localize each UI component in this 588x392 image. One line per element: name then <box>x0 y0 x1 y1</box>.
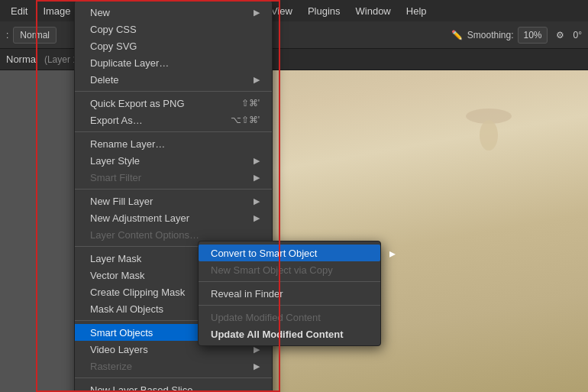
menu-new[interactable]: New ▶ <box>75 4 272 21</box>
gear-icon[interactable]: ⚙ <box>552 27 569 44</box>
mode-select[interactable]: Normal <box>13 27 57 44</box>
divider-2 <box>75 131 272 132</box>
menu-layer-style[interactable]: Layer Style ▶ <box>75 152 272 169</box>
brush-icon: ✏️ <box>451 30 463 40</box>
menu-rename-layer[interactable]: Rename Layer… <box>75 135 272 152</box>
menu-plugins[interactable]: Plugins <box>300 2 348 20</box>
menu-export-as[interactable]: Export As… ⌥⇧⌘' <box>75 112 272 128</box>
menu-help[interactable]: Help <box>399 2 435 20</box>
cursor-indicator: ▸ <box>389 246 396 261</box>
submenu-reveal-in-finder[interactable]: Reveal in Finder <box>199 285 380 302</box>
menu-delete[interactable]: Delete ▶ <box>75 71 272 88</box>
smart-objects-submenu: Convert to Smart Object New Smart Object… <box>198 241 381 346</box>
submenu-update-modified-content[interactable]: Update Modified Content <box>199 309 380 326</box>
submenu-divider-1 <box>199 281 380 282</box>
menu-new-fill-layer[interactable]: New Fill Layer ▶ <box>75 193 272 209</box>
divider-6 <box>75 377 272 378</box>
menu-smart-filter[interactable]: Smart Filter ▶ <box>75 169 272 186</box>
red-border-left <box>36 0 45 392</box>
menu-rasterize[interactable]: Rasterize ▶ <box>75 358 272 374</box>
menu-copy-css[interactable]: Copy CSS <box>75 21 272 37</box>
submenu-new-smart-object-via-copy[interactable]: New Smart Object via Copy <box>199 261 380 278</box>
menu-edit[interactable]: Edit <box>3 2 35 20</box>
divider-1 <box>75 91 272 92</box>
smoothing-select[interactable]: 10% <box>518 27 547 44</box>
menu-duplicate-layer[interactable]: Duplicate Layer… <box>75 54 272 71</box>
mode-label-prefix: : <box>6 30 8 40</box>
submenu-convert-to-smart-object[interactable]: Convert to Smart Object <box>199 245 380 261</box>
menu-image[interactable]: Image <box>35 2 78 20</box>
menu-quick-export[interactable]: Quick Export as PNG ⇧⌘' <box>75 95 272 112</box>
ceiling-light <box>480 120 498 151</box>
menu-window[interactable]: Window <box>348 2 399 20</box>
menu-new-layer-based-slice[interactable]: New Layer Based Slice <box>75 381 272 392</box>
toolbar-right: ✏️ Smoothing: 10% ⚙ 0° <box>451 27 582 44</box>
divider-3 <box>75 189 272 190</box>
menu-copy-svg[interactable]: Copy SVG <box>75 37 272 54</box>
submenu-divider-2 <box>199 305 380 306</box>
submenu-update-all-modified-content[interactable]: Update All Modified Content <box>199 326 380 342</box>
menu-new-adjustment-layer[interactable]: New Adjustment Layer ▶ <box>75 209 272 226</box>
